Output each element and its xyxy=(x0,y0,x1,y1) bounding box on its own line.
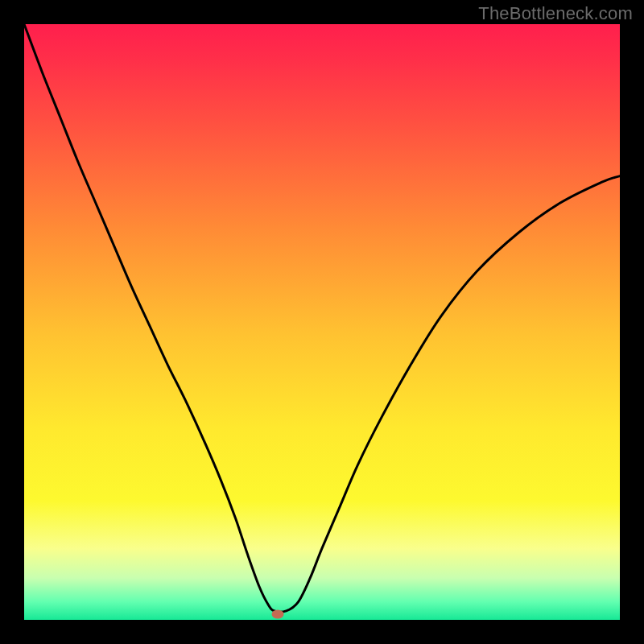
chart-container: TheBottleneck.com xyxy=(0,0,644,644)
minimum-marker xyxy=(271,609,283,618)
bottleneck-curve xyxy=(24,24,620,612)
curve-layer xyxy=(24,24,620,620)
watermark-text: TheBottleneck.com xyxy=(478,3,633,24)
